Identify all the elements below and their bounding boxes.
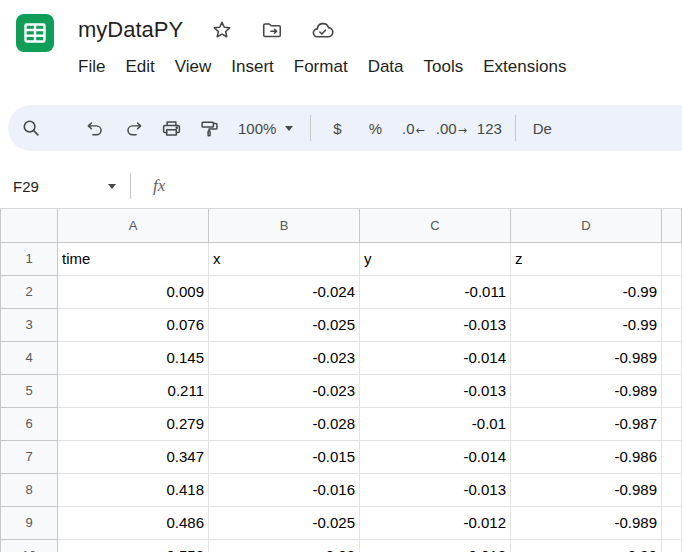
cell-E2[interactable] xyxy=(662,275,682,308)
cell-D8[interactable]: -0.989 xyxy=(511,473,662,506)
cell-B10[interactable]: -0.02 xyxy=(209,539,360,552)
cell-E8[interactable] xyxy=(662,473,682,506)
cell-A2[interactable]: 0.009 xyxy=(58,275,209,308)
row-header-10[interactable]: 10 xyxy=(1,539,58,552)
column-header-a[interactable]: A xyxy=(58,209,209,242)
arrow-left-icon: ← xyxy=(416,124,425,137)
menu-item-edit[interactable]: Edit xyxy=(115,54,164,80)
select-all-corner[interactable] xyxy=(1,209,58,242)
cell-D9[interactable]: -0.989 xyxy=(511,506,662,539)
cell-A5[interactable]: 0.211 xyxy=(58,374,209,407)
search-button[interactable] xyxy=(12,109,50,147)
cell-C6[interactable]: -0.01 xyxy=(360,407,511,440)
cell-A6[interactable]: 0.279 xyxy=(58,407,209,440)
cell-C7[interactable]: -0.014 xyxy=(360,440,511,473)
row-header-5[interactable]: 5 xyxy=(1,374,58,407)
print-button[interactable] xyxy=(152,109,190,147)
cell-B3[interactable]: -0.025 xyxy=(209,308,360,341)
cell-C8[interactable]: -0.013 xyxy=(360,473,511,506)
name-box[interactable]: F29 xyxy=(0,178,130,195)
number-format-button[interactable]: 123 xyxy=(470,109,508,147)
format-currency-button[interactable]: $ xyxy=(318,109,356,147)
cell-C3[interactable]: -0.013 xyxy=(360,308,511,341)
menu-item-format[interactable]: Format xyxy=(284,54,358,80)
sheets-logo[interactable] xyxy=(15,13,55,53)
column-header-b[interactable]: B xyxy=(209,209,360,242)
column-header-d[interactable]: D xyxy=(511,209,662,242)
cell-C9[interactable]: -0.012 xyxy=(360,506,511,539)
cell-B9[interactable]: -0.025 xyxy=(209,506,360,539)
percent-icon: % xyxy=(369,120,382,137)
table-row: 60.279-0.028-0.01-0.987 xyxy=(1,407,682,440)
increase-decimal-button[interactable]: .00 → xyxy=(432,109,470,147)
undo-button[interactable] xyxy=(76,109,114,147)
star-icon[interactable] xyxy=(211,19,233,41)
menu-item-view[interactable]: View xyxy=(165,54,222,80)
paint-format-button[interactable] xyxy=(190,109,228,147)
cell-A9[interactable]: 0.486 xyxy=(58,506,209,539)
move-folder-icon[interactable] xyxy=(261,19,283,41)
cell-D2[interactable]: -0.99 xyxy=(511,275,662,308)
topbar: myDataPY xyxy=(0,0,682,96)
cloud-saved-icon[interactable] xyxy=(311,19,334,42)
cell-E6[interactable] xyxy=(662,407,682,440)
cell-A7[interactable]: 0.347 xyxy=(58,440,209,473)
menu-item-extensions[interactable]: Extensions xyxy=(473,54,576,80)
cell-E10[interactable] xyxy=(662,539,682,552)
column-header-c[interactable]: C xyxy=(360,209,511,242)
cell-C10[interactable]: -0.012 xyxy=(360,539,511,552)
cell-B5[interactable]: -0.023 xyxy=(209,374,360,407)
menu-item-tools[interactable]: Tools xyxy=(414,54,474,80)
formula-input[interactable] xyxy=(165,164,682,208)
cell-B7[interactable]: -0.015 xyxy=(209,440,360,473)
cell-C4[interactable]: -0.014 xyxy=(360,341,511,374)
table-row: 100.552-0.02-0.012-0.99 xyxy=(1,539,682,552)
cell-D6[interactable]: -0.987 xyxy=(511,407,662,440)
table-row: 20.009-0.024-0.011-0.99 xyxy=(1,275,682,308)
cell-D1[interactable]: z xyxy=(511,242,662,275)
cell-E5[interactable] xyxy=(662,374,682,407)
cell-E9[interactable] xyxy=(662,506,682,539)
cell-C1[interactable]: y xyxy=(360,242,511,275)
row-header-2[interactable]: 2 xyxy=(1,275,58,308)
column-header-partial[interactable] xyxy=(662,209,682,242)
title-menu-block: myDataPY xyxy=(78,0,576,96)
redo-button[interactable] xyxy=(114,109,152,147)
row-header-6[interactable]: 6 xyxy=(1,407,58,440)
row-header-8[interactable]: 8 xyxy=(1,473,58,506)
cell-B2[interactable]: -0.024 xyxy=(209,275,360,308)
cell-C2[interactable]: -0.011 xyxy=(360,275,511,308)
cell-A8[interactable]: 0.418 xyxy=(58,473,209,506)
cell-A10[interactable]: 0.552 xyxy=(58,539,209,552)
font-selector[interactable]: De xyxy=(523,109,561,147)
row-header-9[interactable]: 9 xyxy=(1,506,58,539)
zoom-control[interactable]: 100% xyxy=(228,109,303,147)
row-header-4[interactable]: 4 xyxy=(1,341,58,374)
cell-A3[interactable]: 0.076 xyxy=(58,308,209,341)
menu-item-file[interactable]: File xyxy=(68,54,115,80)
cell-D5[interactable]: -0.989 xyxy=(511,374,662,407)
row-header-3[interactable]: 3 xyxy=(1,308,58,341)
cell-A4[interactable]: 0.145 xyxy=(58,341,209,374)
decrease-decimal-button[interactable]: .0 ← xyxy=(394,109,432,147)
cell-E1[interactable] xyxy=(662,242,682,275)
cell-B8[interactable]: -0.016 xyxy=(209,473,360,506)
cell-D10[interactable]: -0.99 xyxy=(511,539,662,552)
cell-A1[interactable]: time xyxy=(58,242,209,275)
menu-item-data[interactable]: Data xyxy=(358,54,414,80)
cell-D4[interactable]: -0.989 xyxy=(511,341,662,374)
menu-item-insert[interactable]: Insert xyxy=(221,54,284,80)
cell-E4[interactable] xyxy=(662,341,682,374)
doc-title[interactable]: myDataPY xyxy=(78,17,183,43)
cell-B1[interactable]: x xyxy=(209,242,360,275)
row-header-1[interactable]: 1 xyxy=(1,242,58,275)
cell-C5[interactable]: -0.013 xyxy=(360,374,511,407)
cell-B4[interactable]: -0.023 xyxy=(209,341,360,374)
format-percent-button[interactable]: % xyxy=(356,109,394,147)
cell-E3[interactable] xyxy=(662,308,682,341)
cell-D3[interactable]: -0.99 xyxy=(511,308,662,341)
cell-D7[interactable]: -0.986 xyxy=(511,440,662,473)
row-header-7[interactable]: 7 xyxy=(1,440,58,473)
cell-E7[interactable] xyxy=(662,440,682,473)
cell-B6[interactable]: -0.028 xyxy=(209,407,360,440)
